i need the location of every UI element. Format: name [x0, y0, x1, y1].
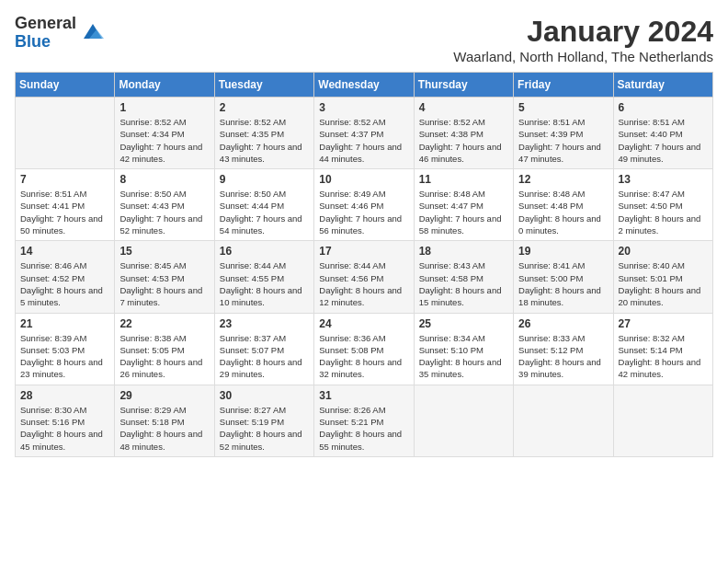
header-wednesday: Wednesday	[314, 73, 414, 98]
day-info: Sunrise: 8:41 AMSunset: 5:00 PMDaylight:…	[518, 259, 608, 308]
day-info: Sunrise: 8:46 AMSunset: 4:52 PMDaylight:…	[20, 259, 109, 308]
day-number: 1	[119, 101, 209, 114]
day-number: 3	[319, 101, 408, 114]
day-info: Sunrise: 8:52 AMSunset: 4:38 PMDaylight:…	[419, 116, 508, 165]
day-info: Sunrise: 8:47 AMSunset: 4:50 PMDaylight:…	[619, 188, 708, 236]
day-info: Sunrise: 8:52 AMSunset: 4:35 PMDaylight:…	[220, 116, 309, 165]
day-cell: 24Sunrise: 8:36 AMSunset: 5:08 PMDayligh…	[314, 313, 414, 385]
week-row-1: 1Sunrise: 8:52 AMSunset: 4:34 PMDaylight…	[16, 98, 713, 169]
day-info: Sunrise: 8:44 AMSunset: 4:56 PMDaylight:…	[319, 259, 408, 308]
header-thursday: Thursday	[414, 73, 513, 98]
day-cell: 27Sunrise: 8:32 AMSunset: 5:14 PMDayligh…	[613, 313, 712, 385]
day-number: 15	[119, 245, 209, 258]
day-info: Sunrise: 8:51 AMSunset: 4:40 PMDaylight:…	[619, 116, 708, 165]
day-info: Sunrise: 8:49 AMSunset: 4:46 PMDaylight:…	[319, 188, 408, 236]
week-row-5: 28Sunrise: 8:30 AMSunset: 5:16 PMDayligh…	[16, 385, 713, 456]
logo: General Blue	[15, 15, 106, 52]
day-cell: 17Sunrise: 8:44 AMSunset: 4:56 PMDayligh…	[314, 241, 414, 313]
header-saturday: Saturday	[613, 73, 712, 98]
header-friday: Friday	[514, 73, 613, 98]
day-number: 19	[518, 245, 608, 258]
day-cell: 23Sunrise: 8:37 AMSunset: 5:07 PMDayligh…	[214, 313, 313, 385]
week-row-3: 14Sunrise: 8:46 AMSunset: 4:52 PMDayligh…	[16, 241, 713, 313]
logo-blue-text: Blue	[15, 32, 51, 51]
day-info: Sunrise: 8:32 AMSunset: 5:14 PMDaylight:…	[619, 332, 708, 381]
calendar-header-row: SundayMondayTuesdayWednesdayThursdayFrid…	[16, 73, 713, 98]
day-number: 10	[319, 173, 408, 186]
day-cell: 4Sunrise: 8:52 AMSunset: 4:38 PMDaylight…	[414, 98, 513, 169]
day-cell: 20Sunrise: 8:40 AMSunset: 5:01 PMDayligh…	[613, 241, 712, 313]
day-number: 14	[20, 245, 109, 258]
day-cell: 6Sunrise: 8:51 AMSunset: 4:40 PMDaylight…	[613, 98, 712, 169]
month-title: January 2024	[453, 15, 713, 49]
day-cell: 19Sunrise: 8:41 AMSunset: 5:00 PMDayligh…	[514, 241, 613, 313]
day-number: 17	[319, 245, 408, 258]
day-cell: 10Sunrise: 8:49 AMSunset: 4:46 PMDayligh…	[314, 169, 414, 241]
day-cell: 15Sunrise: 8:45 AMSunset: 4:53 PMDayligh…	[115, 241, 214, 313]
day-cell: 22Sunrise: 8:38 AMSunset: 5:05 PMDayligh…	[115, 313, 214, 385]
day-info: Sunrise: 8:40 AMSunset: 5:01 PMDaylight:…	[619, 259, 708, 308]
logo-icon	[80, 20, 106, 46]
day-info: Sunrise: 8:52 AMSunset: 4:34 PMDaylight:…	[119, 116, 209, 165]
day-cell: 7Sunrise: 8:51 AMSunset: 4:41 PMDaylight…	[16, 169, 115, 241]
day-info: Sunrise: 8:50 AMSunset: 4:43 PMDaylight:…	[119, 188, 209, 236]
day-number: 29	[119, 389, 209, 402]
day-cell	[16, 98, 115, 169]
day-cell	[613, 385, 712, 456]
day-cell: 13Sunrise: 8:47 AMSunset: 4:50 PMDayligh…	[613, 169, 712, 241]
week-row-4: 21Sunrise: 8:39 AMSunset: 5:03 PMDayligh…	[16, 313, 713, 385]
day-number: 13	[619, 173, 708, 186]
day-info: Sunrise: 8:30 AMSunset: 5:16 PMDaylight:…	[20, 404, 109, 453]
day-info: Sunrise: 8:26 AMSunset: 5:21 PMDaylight:…	[319, 404, 408, 453]
day-cell	[414, 385, 513, 456]
day-info: Sunrise: 8:27 AMSunset: 5:19 PMDaylight:…	[220, 404, 309, 453]
day-number: 9	[220, 173, 309, 186]
day-number: 21	[20, 317, 109, 330]
day-number: 2	[220, 101, 309, 114]
day-cell: 5Sunrise: 8:51 AMSunset: 4:39 PMDaylight…	[514, 98, 613, 169]
title-block: January 2024 Waarland, North Holland, Th…	[453, 15, 713, 64]
day-number: 12	[518, 173, 608, 186]
day-number: 25	[419, 317, 508, 330]
day-cell: 14Sunrise: 8:46 AMSunset: 4:52 PMDayligh…	[16, 241, 115, 313]
day-cell: 3Sunrise: 8:52 AMSunset: 4:37 PMDaylight…	[314, 98, 414, 169]
day-info: Sunrise: 8:38 AMSunset: 5:05 PMDaylight:…	[119, 332, 209, 381]
day-info: Sunrise: 8:51 AMSunset: 4:39 PMDaylight:…	[518, 116, 608, 165]
day-info: Sunrise: 8:51 AMSunset: 4:41 PMDaylight:…	[20, 188, 109, 236]
day-cell: 8Sunrise: 8:50 AMSunset: 4:43 PMDaylight…	[115, 169, 214, 241]
day-cell: 11Sunrise: 8:48 AMSunset: 4:47 PMDayligh…	[414, 169, 513, 241]
day-info: Sunrise: 8:50 AMSunset: 4:44 PMDaylight:…	[220, 188, 309, 236]
day-info: Sunrise: 8:48 AMSunset: 4:47 PMDaylight:…	[419, 188, 508, 236]
day-info: Sunrise: 8:44 AMSunset: 4:55 PMDaylight:…	[220, 259, 309, 308]
day-number: 30	[220, 389, 309, 402]
day-info: Sunrise: 8:33 AMSunset: 5:12 PMDaylight:…	[518, 332, 608, 381]
day-info: Sunrise: 8:36 AMSunset: 5:08 PMDaylight:…	[319, 332, 408, 381]
day-info: Sunrise: 8:52 AMSunset: 4:37 PMDaylight:…	[319, 116, 408, 165]
day-number: 18	[419, 245, 508, 258]
day-number: 28	[20, 389, 109, 402]
day-info: Sunrise: 8:37 AMSunset: 5:07 PMDaylight:…	[220, 332, 309, 381]
day-number: 27	[619, 317, 708, 330]
day-number: 4	[419, 101, 508, 114]
day-number: 7	[20, 173, 109, 186]
day-cell: 29Sunrise: 8:29 AMSunset: 5:18 PMDayligh…	[115, 385, 214, 456]
day-cell: 18Sunrise: 8:43 AMSunset: 4:58 PMDayligh…	[414, 241, 513, 313]
day-number: 11	[419, 173, 508, 186]
day-number: 22	[119, 317, 209, 330]
day-number: 24	[319, 317, 408, 330]
header-sunday: Sunday	[16, 73, 115, 98]
day-cell: 25Sunrise: 8:34 AMSunset: 5:10 PMDayligh…	[414, 313, 513, 385]
day-cell: 9Sunrise: 8:50 AMSunset: 4:44 PMDaylight…	[214, 169, 313, 241]
day-cell: 1Sunrise: 8:52 AMSunset: 4:34 PMDaylight…	[115, 98, 214, 169]
day-info: Sunrise: 8:48 AMSunset: 4:48 PMDaylight:…	[518, 188, 608, 236]
day-cell: 26Sunrise: 8:33 AMSunset: 5:12 PMDayligh…	[514, 313, 613, 385]
day-number: 16	[220, 245, 309, 258]
day-cell: 30Sunrise: 8:27 AMSunset: 5:19 PMDayligh…	[214, 385, 313, 456]
day-number: 5	[518, 101, 608, 114]
day-cell: 2Sunrise: 8:52 AMSunset: 4:35 PMDaylight…	[214, 98, 313, 169]
day-number: 31	[319, 389, 408, 402]
day-number: 20	[619, 245, 708, 258]
day-cell	[514, 385, 613, 456]
day-info: Sunrise: 8:39 AMSunset: 5:03 PMDaylight:…	[20, 332, 109, 381]
day-number: 26	[518, 317, 608, 330]
